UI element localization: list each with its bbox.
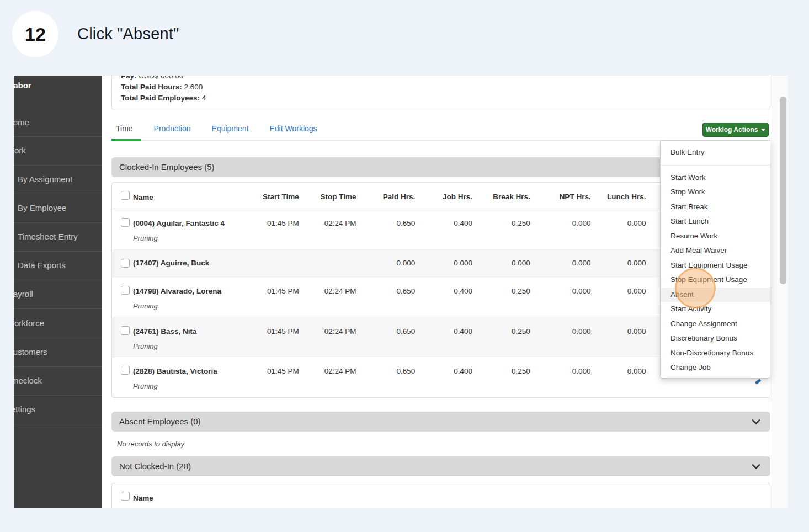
cell-break-hrs: 0.000	[472, 250, 530, 276]
cell-stop-time: 02:24 PM	[299, 357, 356, 397]
sidebar-item-customers[interactable]: Customers	[14, 347, 47, 358]
menu-item-start-activity[interactable]: Start Activity	[661, 302, 770, 317]
section-not-clocked-in-label: Not Clocked-In (28)	[119, 461, 191, 471]
sidebar-item-timesheet-entry[interactable]: Timesheet Entry	[18, 231, 78, 242]
menu-item-start-equipment-usage[interactable]: Start Equipment Usage	[661, 258, 770, 273]
cell-start-time: 01:45 PM	[242, 209, 299, 249]
menu-item-discretionary-bonus[interactable]: Discretionary Bonus	[661, 331, 770, 346]
cell-paid-hrs: 0.650	[356, 277, 416, 317]
sidebar-divider	[14, 222, 102, 223]
sidebar-item-home[interactable]: Home	[14, 117, 29, 128]
section-absent-employees[interactable]: Absent Employees (0)	[111, 412, 770, 432]
tab-production[interactable]: Production	[154, 119, 191, 141]
cell-lunch-hrs: 0.000	[591, 317, 646, 357]
cell-break-hrs: 0.250	[472, 209, 530, 249]
row-checkbox[interactable]	[121, 366, 130, 375]
col-lunch-hrs: Lunch Hrs.	[591, 183, 646, 209]
menu-item-start-work[interactable]: Start Work	[661, 171, 770, 185]
cell-lunch-hrs: 0.000	[591, 250, 646, 276]
menu-item-stop-equipment-usage[interactable]: Stop Equipment Usage	[661, 273, 770, 288]
main-content: Pay: USD$ 600.00 Total Paid Hours: 2.600…	[102, 76, 771, 508]
cell-start-time: 01:45 PM	[242, 317, 299, 357]
col-name: Name	[133, 193, 153, 201]
menu-item-non-discretionary-bonus[interactable]: Non-Discretionary Bonus	[661, 346, 770, 361]
cell-job-hrs: 0.400	[415, 317, 472, 357]
no-records-text: No records to display	[117, 440, 184, 448]
sidebar: Labor Home Work By Assignment By Employe…	[14, 76, 102, 508]
section-absent-label: Absent Employees (0)	[119, 417, 201, 426]
col-start-time: Start Time	[242, 183, 299, 209]
caret-down-icon	[761, 129, 765, 131]
menu-item-absent[interactable]: Absent	[661, 288, 770, 302]
scrollbar-thumb[interactable]	[780, 97, 786, 284]
cell-lunch-hrs: 0.000	[591, 209, 646, 249]
sidebar-item-workforce[interactable]: Workforce	[14, 318, 44, 329]
sidebar-item-payroll[interactable]: Payroll	[14, 289, 33, 300]
select-all-checkbox[interactable]	[121, 492, 130, 501]
worklog-actions-button[interactable]: Worklog Actions	[702, 123, 769, 137]
cell-start-time	[242, 250, 299, 276]
employee-name: (2828) Bautista, Victoria	[133, 367, 242, 375]
sidebar-item-settings[interactable]: Settings	[14, 404, 35, 415]
employee-name: (17407) Aguirre, Buck	[133, 259, 242, 267]
menu-item-start-break[interactable]: Start Break	[661, 200, 770, 215]
menu-item-change-job[interactable]: Change Job	[661, 360, 770, 375]
employee-task: Pruning	[133, 234, 242, 242]
col-npt-hrs: NPT Hrs.	[530, 183, 591, 209]
sidebar-divider	[14, 366, 102, 367]
summary-pay-value: USD$ 600.00	[139, 76, 183, 80]
sidebar-item-by-assignment[interactable]: By Assignment	[18, 174, 72, 185]
pay-summary-card: Pay: USD$ 600.00 Total Paid Hours: 2.600…	[111, 76, 770, 110]
cell-lunch-hrs: 0.000	[591, 357, 646, 397]
sidebar-item-data-exports[interactable]: Data Exports	[18, 260, 66, 271]
sidebar-item-labor[interactable]: Labor	[14, 80, 31, 91]
app-screenshot: Labor Home Work By Assignment By Employe…	[14, 76, 788, 508]
section-not-clocked-in[interactable]: Not Clocked-In (28)	[111, 456, 770, 476]
menu-divider	[661, 165, 770, 166]
menu-item-stop-work[interactable]: Stop Work	[661, 185, 770, 200]
sidebar-item-work[interactable]: Work	[14, 145, 26, 156]
sidebar-divider	[14, 280, 102, 280]
row-checkbox[interactable]	[121, 286, 130, 295]
menu-item-bulk-entry[interactable]: Bulk Entry	[661, 145, 770, 160]
cell-break-hrs: 0.250	[472, 277, 530, 317]
cell-paid-hrs: 0.650	[356, 317, 416, 357]
employee-name: (24761) Bass, Nita	[133, 327, 242, 336]
cell-job-hrs: 0.000	[415, 250, 472, 276]
row-checkbox[interactable]	[121, 326, 130, 335]
chevron-down-icon[interactable]	[752, 464, 760, 469]
sidebar-item-by-employee[interactable]: By Employee	[18, 203, 66, 214]
row-checkbox[interactable]	[121, 259, 130, 268]
cell-stop-time: 02:24 PM	[299, 317, 356, 357]
menu-item-change-assignment[interactable]: Change Assignment	[661, 317, 770, 332]
sidebar-divider	[14, 424, 102, 424]
col-break-hrs: Break Hrs.	[472, 183, 530, 209]
sidebar-item-timeclock[interactable]: Timeclock	[14, 375, 42, 386]
tab-edit-worklogs[interactable]: Edit Worklogs	[269, 119, 317, 141]
cell-stop-time	[299, 250, 356, 276]
step-title: Click "Absent"	[77, 25, 179, 43]
menu-item-add-meal-waiver[interactable]: Add Meal Waiver	[661, 243, 770, 258]
summary-pay: Pay: USD$ 600.00	[121, 76, 770, 82]
cell-start-time: 01:45 PM	[242, 277, 299, 317]
sidebar-divider	[14, 251, 102, 252]
scrollbar-track	[771, 76, 788, 508]
menu-item-resume-work[interactable]: Resume Work	[661, 229, 770, 244]
employee-task: Pruning	[133, 382, 242, 390]
summary-hours-value: 2.600	[184, 83, 203, 91]
tab-time[interactable]: Time	[116, 119, 133, 141]
row-checkbox[interactable]	[121, 218, 130, 227]
tab-equipment[interactable]: Equipment	[212, 119, 249, 141]
col-name: Name	[133, 494, 153, 502]
cell-break-hrs: 0.250	[472, 357, 530, 397]
sidebar-divider	[14, 194, 102, 194]
menu-item-start-lunch[interactable]: Start Lunch	[661, 214, 770, 229]
sidebar-divider	[14, 136, 102, 137]
col-job-hrs: Job Hrs.	[415, 183, 472, 209]
select-all-checkbox[interactable]	[121, 191, 130, 200]
cell-start-time: 01:45 PM	[242, 357, 299, 397]
chevron-down-icon[interactable]	[752, 419, 760, 424]
sidebar-divider	[14, 395, 102, 396]
cell-stop-time: 02:24 PM	[299, 209, 356, 249]
summary-employees-label: Total Paid Employees:	[121, 94, 200, 102]
